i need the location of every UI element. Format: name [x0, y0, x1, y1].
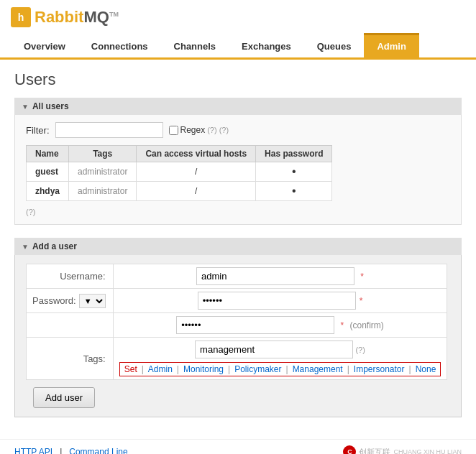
nav-overview[interactable]: Overview [11, 33, 78, 57]
user-tags-zhdya: administrator [69, 182, 137, 201]
confirm-password-input[interactable] [176, 316, 334, 334]
tag-impersonator-link[interactable]: Impersonator [354, 364, 405, 374]
password-label-cell: Password: ▼ [27, 289, 114, 313]
add-user-section: ▼ Add a user Username: * Password: [14, 238, 462, 417]
all-users-header[interactable]: ▼ All users [14, 98, 462, 115]
table-row: guest administrator / • [27, 162, 332, 182]
filter-help-link2[interactable]: (?) [219, 126, 229, 134]
username-input[interactable] [196, 267, 354, 285]
brand-icon-char: C [347, 448, 352, 454]
page-content: Users ▼ All users Filter: Regex (?) (?) [0, 60, 476, 439]
sep1: | [142, 364, 144, 374]
confirm-password-row: * (confirm) [27, 313, 447, 338]
add-user-arrow-icon: ▼ [22, 243, 29, 251]
password-input-cell: * [113, 289, 447, 313]
tags-row: Tags: (?) Set | Admin | Monitoring | [27, 338, 447, 380]
col-password: Has password [256, 146, 332, 162]
regex-checkbox[interactable] [169, 126, 178, 135]
nav-channels[interactable]: Channels [161, 33, 229, 57]
regex-label: Regex [180, 125, 206, 135]
tag-set-link[interactable]: Set [124, 364, 137, 374]
password-label: Password: [32, 295, 76, 306]
username-label: Username: [27, 264, 114, 289]
user-vhosts-zhdya: / [137, 182, 256, 201]
username-row: Username: * [27, 264, 447, 289]
user-name-zhdya[interactable]: zhdya [27, 182, 69, 201]
password-input[interactable] [198, 292, 356, 310]
col-tags: Tags [69, 146, 137, 162]
user-vhosts-guest: / [137, 162, 256, 182]
brand-logo-icon: C [343, 445, 356, 454]
password-required: * [360, 296, 363, 306]
brand-text: 创新互联 [359, 447, 390, 455]
http-api-link[interactable]: HTTP API [14, 447, 52, 454]
brand-sub: CHUANG XIN HU LIAN [393, 448, 462, 454]
password-row: Password: ▼ * [27, 289, 447, 313]
users-table: Name Tags Can access virtual hosts Has p… [26, 145, 332, 201]
logo-icon-char: h [18, 11, 24, 23]
nav-queues[interactable]: Queues [304, 33, 365, 57]
tags-label: Tags: [27, 338, 114, 380]
username-required: * [360, 272, 364, 282]
user-tags-guest: administrator [69, 162, 137, 182]
logo-tm: TM [109, 11, 119, 18]
footer: HTTP API | Command Line C 创新互联 CHUANG XI… [0, 439, 476, 454]
footer-brand: C 创新互联 CHUANG XIN HU LIAN [343, 445, 462, 454]
confirm-empty-cell [27, 313, 114, 338]
confirm-required: * [341, 320, 344, 330]
logo: h RabbitMQTM [11, 7, 465, 27]
tag-policymaker-link[interactable]: Policymaker [234, 364, 281, 374]
footer-sep: | [60, 447, 62, 454]
tag-monitoring-link[interactable]: Monitoring [183, 364, 224, 374]
add-user-header[interactable]: ▼ Add a user [14, 238, 462, 255]
user-name-guest[interactable]: guest [27, 162, 69, 182]
username-input-cell: * [113, 264, 447, 289]
password-type-dropdown[interactable]: ▼ [79, 294, 106, 308]
password-label-wrap: Password: ▼ [32, 294, 106, 308]
sep6: | [409, 364, 411, 374]
nav-connections[interactable]: Connections [78, 33, 161, 57]
user-password-zhdya: • [256, 182, 332, 201]
add-user-body: Username: * Password: ▼ [14, 255, 462, 417]
col-name: Name [27, 146, 69, 162]
logo-text: RabbitMQTM [35, 8, 119, 27]
logo-icon: h [11, 7, 31, 27]
user-password-guest: • [256, 162, 332, 182]
add-user-button[interactable]: Add user [33, 387, 95, 408]
all-users-body: Filter: Regex (?) (?) Name Tags Can acce… [14, 115, 462, 225]
tag-management-link[interactable]: Management [293, 364, 343, 374]
command-line-link[interactable]: Command Line [69, 447, 127, 454]
col-vhosts: Can access virtual hosts [137, 146, 256, 162]
header: h RabbitMQTM Overview Connections Channe… [0, 0, 476, 60]
add-user-title: Add a user [32, 241, 77, 251]
all-users-section: ▼ All users Filter: Regex (?) (?) Name [14, 98, 462, 225]
footer-links: HTTP API | Command Line [14, 447, 128, 454]
filter-input[interactable] [55, 122, 163, 138]
all-users-title: All users [32, 101, 69, 111]
tag-none-link[interactable]: None [416, 364, 436, 374]
tags-help-link[interactable]: (?) [355, 346, 365, 354]
sep3: | [228, 364, 230, 374]
page-title: Users [14, 70, 462, 89]
filter-row: Filter: Regex (?) (?) [26, 122, 450, 138]
nav-exchanges[interactable]: Exchanges [229, 33, 304, 57]
filter-help-link1[interactable]: (?) [207, 126, 216, 134]
table-help: (?) [26, 207, 450, 217]
tags-input[interactable] [195, 340, 353, 358]
sep2: | [177, 364, 179, 374]
add-user-form: Username: * Password: ▼ [26, 264, 447, 380]
regex-row: Regex (?) (?) [169, 125, 229, 135]
filter-label: Filter: [26, 125, 50, 136]
nav-admin[interactable]: Admin [364, 33, 418, 57]
collapse-arrow-icon: ▼ [22, 103, 29, 111]
tag-hint-box: Set | Admin | Monitoring | Policymaker |… [119, 362, 441, 376]
sep4: | [286, 364, 288, 374]
tags-input-cell: (?) Set | Admin | Monitoring | Policymak… [113, 338, 447, 380]
main-nav: Overview Connections Channels Exchanges … [11, 33, 465, 57]
confirm-label: (confirm) [350, 320, 384, 330]
confirm-input-cell: * (confirm) [113, 313, 447, 338]
tag-admin-link[interactable]: Admin [148, 364, 173, 374]
table-row: zhdya administrator / • [27, 182, 332, 201]
table-help-link[interactable]: (?) [26, 208, 35, 216]
sep5: | [347, 364, 349, 374]
